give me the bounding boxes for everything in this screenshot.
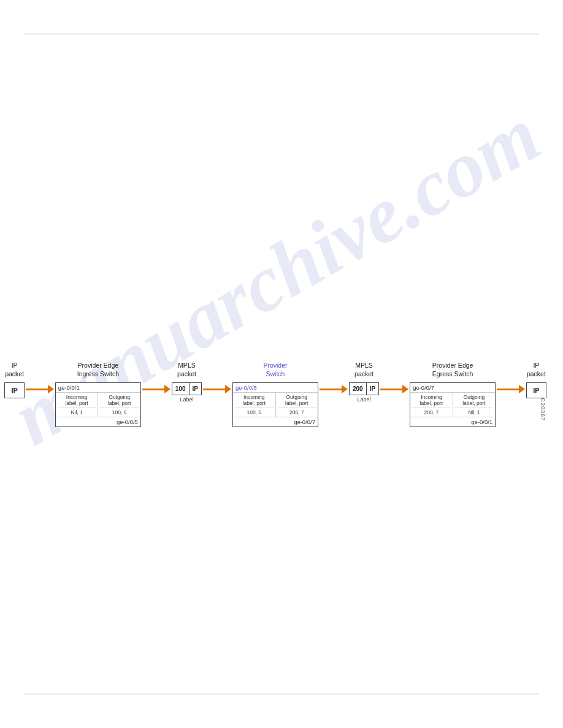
mpls-packet-1-under: Label — [180, 396, 193, 403]
arrow-5-line — [380, 389, 402, 390]
mpls-packet-2-label-cell: 200 — [350, 383, 367, 395]
arrow-2-line — [142, 389, 164, 390]
ingress-switch-box: ge-0/0/1 Incominglabel, port Nil, 1 Outg… — [55, 382, 141, 427]
egress-switch-col1-value: 200, 7 — [412, 409, 451, 415]
ip-packet-left-title: IPpacket — [5, 362, 24, 379]
egress-switch-col2-value: Nil, 1 — [455, 409, 494, 415]
mpls-packet-1-section: MPLSpacket 100 IP Label — [172, 362, 202, 403]
provider-switch-port-top: ge-0/0/5 — [233, 383, 318, 393]
arrow-2-head — [164, 385, 170, 393]
arrow-3-line — [203, 389, 225, 390]
mpls-packet-2-section: MPLSpacket 200 IP Label — [349, 362, 379, 403]
ingress-switch-title: Provider EdgeIngress Switch — [77, 362, 119, 379]
ingress-switch-col2-header: Outgoinglabel, port — [100, 394, 139, 408]
diagram-area: IPpacket IP Provider EdgeIngress Switch … — [25, 362, 526, 427]
arrow-6-head — [519, 385, 525, 393]
arrow-1-line — [26, 389, 48, 390]
arrow-1-shape — [26, 385, 54, 393]
egress-switch-port-top: ge-0/0/7 — [410, 383, 495, 393]
provider-switch-col1-value: 100, 5 — [235, 409, 274, 415]
mpls-packet-2-title: MPLSpacket — [354, 362, 373, 379]
ip-packet-left: IPpacket IP — [4, 362, 24, 398]
ingress-switch-inner: Incominglabel, port Nil, 1 Outgoinglabel… — [56, 393, 140, 417]
arrow-1-head — [48, 385, 54, 393]
provider-switch-col1: Incominglabel, port 100, 5 — [233, 393, 276, 417]
egress-switch-section: Provider EdgeEgress Switch ge-0/0/7 Inco… — [410, 362, 496, 427]
ip-packet-right-title: IPpacket — [527, 362, 546, 379]
mpls-packet-1-box: 100 IP — [172, 382, 202, 395]
egress-switch-port-bottom: ge-0/0/1 — [410, 417, 495, 427]
ingress-switch-col2-value: 100, 5 — [100, 409, 139, 415]
mpls-packet-2-ip-cell: IP — [367, 383, 378, 395]
egress-switch-box: ge-0/0/7 Incominglabel, port 200, 7 Outg… — [410, 382, 496, 427]
ingress-switch-section: Provider EdgeIngress Switch ge-0/0/1 Inc… — [55, 362, 141, 427]
arrow-4 — [320, 362, 348, 393]
mpls-packet-1-title: MPLSpacket — [177, 362, 196, 379]
ingress-switch-col2: Outgoinglabel, port 100, 5 — [98, 393, 140, 417]
ip-packet-left-box: IP — [4, 382, 24, 398]
ingress-switch-col1-header: Incominglabel, port — [58, 394, 96, 408]
egress-switch-inner: Incominglabel, port 200, 7 Outgoinglabel… — [410, 393, 495, 417]
arrow-3-head — [225, 385, 231, 393]
egress-switch-title: Provider EdgeEgress Switch — [432, 362, 473, 379]
ingress-switch-col1-value: Nil, 1 — [58, 409, 96, 415]
ingress-switch-port-top: ge-0/0/1 — [56, 383, 140, 393]
arrow-4-shape — [320, 385, 348, 393]
egress-switch-col2: Outgoinglabel, port Nil, 1 — [453, 393, 496, 417]
arrow-3-shape — [203, 385, 231, 393]
mpls-packet-1-ip-cell: IP — [190, 383, 201, 395]
top-rule — [25, 34, 538, 34]
ingress-switch-col1: Incominglabel, port Nil, 1 — [56, 393, 99, 417]
arrow-2-shape — [142, 385, 170, 393]
arrow-1 — [26, 362, 54, 393]
provider-switch-col2-value: 200, 7 — [278, 409, 316, 415]
egress-switch-col1: Incominglabel, port 200, 7 — [410, 393, 453, 417]
provider-switch-col1-header: Incominglabel, port — [235, 394, 274, 408]
provider-switch-col2: Outgoinglabel, port 200, 7 — [276, 393, 318, 417]
arrow-5 — [380, 362, 408, 393]
arrow-5-shape — [380, 385, 408, 393]
ip-packet-right: IPpacket IP — [526, 362, 546, 398]
provider-switch-port-bottom: ge-0/0/7 — [233, 417, 318, 427]
egress-switch-col1-header: Incominglabel, port — [412, 394, 451, 408]
provider-switch-col2-header: Outgoinglabel, port — [278, 394, 316, 408]
arrow-3 — [203, 362, 231, 393]
arrow-6 — [497, 362, 525, 393]
provider-switch-inner: Incominglabel, port 100, 5 Outgoinglabel… — [233, 393, 318, 417]
provider-switch-section: ProviderSwitch ge-0/0/5 Incominglabel, p… — [232, 362, 318, 427]
bottom-rule — [25, 694, 538, 694]
ip-packet-right-box: IP — [526, 382, 546, 398]
egress-switch-col2-header: Outgoinglabel, port — [455, 394, 494, 408]
arrow-4-line — [320, 389, 342, 390]
provider-switch-title: ProviderSwitch — [263, 362, 287, 379]
arrow-2 — [142, 362, 170, 393]
mpls-packet-2-under: Label — [358, 396, 371, 403]
arrow-5-head — [402, 385, 408, 393]
arrow-6-line — [497, 389, 519, 390]
provider-switch-box: ge-0/0/5 Incominglabel, port 100, 5 Outg… — [232, 382, 318, 427]
mpls-packet-2-box: 200 IP — [349, 382, 379, 395]
arrow-6-shape — [497, 385, 525, 393]
ingress-switch-port-bottom: ge-0/0/5 — [56, 417, 140, 427]
arrow-4-head — [342, 385, 348, 393]
mpls-packet-1-label-cell: 100 — [172, 383, 190, 395]
